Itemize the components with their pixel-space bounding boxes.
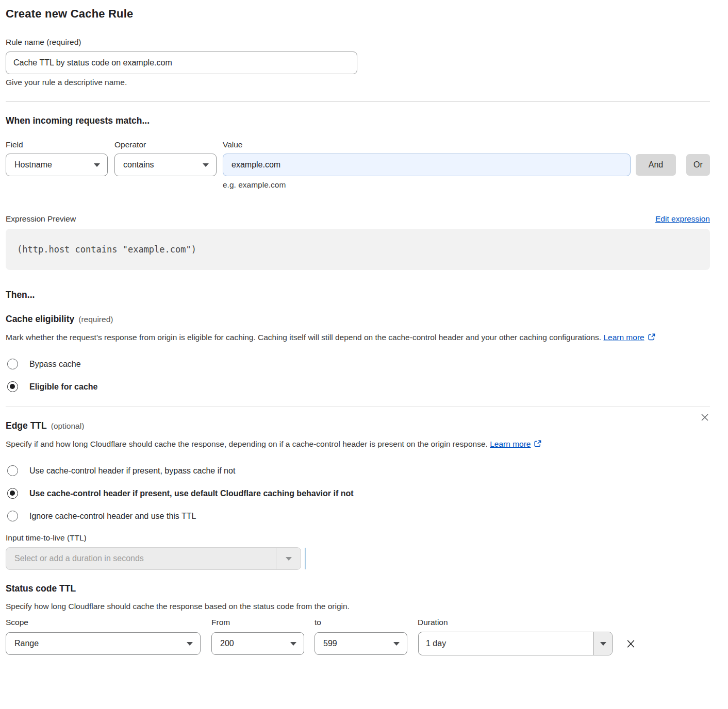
radio-label: Eligible for cache bbox=[29, 382, 97, 392]
operator-select[interactable]: contains bbox=[114, 154, 217, 176]
radio-icon bbox=[7, 488, 18, 499]
chevron-down-icon bbox=[286, 557, 292, 561]
status-code-ttl-description: Specify how long Cloudflare should cache… bbox=[6, 602, 710, 611]
field-select-value: Hostname bbox=[14, 160, 52, 170]
rule-name-label: Rule name (required) bbox=[6, 38, 710, 47]
value-label: Value bbox=[223, 140, 243, 149]
match-column-labels: Field Operator Value bbox=[6, 140, 710, 149]
status-column-labels: Scope From to Duration bbox=[6, 618, 710, 627]
status-code-ttl-row: Range 200 599 1 day bbox=[6, 632, 710, 655]
optional-note: (optional) bbox=[51, 421, 85, 430]
expression-preview-label: Expression Preview bbox=[6, 214, 76, 224]
radio-use-header-default[interactable]: Use cache-control header if present, use… bbox=[6, 488, 710, 499]
expression-preview-box: (http.host contains "example.com") bbox=[6, 229, 710, 270]
to-select-value: 599 bbox=[323, 639, 337, 648]
field-label: Field bbox=[6, 140, 114, 149]
from-select[interactable]: 200 bbox=[211, 632, 304, 655]
ttl-duration-select[interactable]: Select or add a duration in seconds bbox=[6, 547, 301, 570]
chevron-down-icon bbox=[290, 642, 296, 646]
radio-icon bbox=[7, 381, 18, 392]
page-title: Create new Cache Rule bbox=[6, 7, 710, 21]
learn-more-link[interactable]: Learn more bbox=[490, 440, 531, 448]
edge-ttl-options: Use cache-control header if present, byp… bbox=[6, 465, 710, 521]
radio-use-header-bypass[interactable]: Use cache-control header if present, byp… bbox=[6, 465, 710, 476]
rule-name-helper: Give your rule a descriptive name. bbox=[6, 78, 710, 87]
cache-eligibility-title: Cache eligibility bbox=[6, 314, 74, 324]
required-note: (required) bbox=[78, 315, 113, 324]
ttl-input-label: Input time-to-live (TTL) bbox=[6, 533, 710, 543]
radio-label: Ignore cache-control header and use this… bbox=[29, 512, 196, 521]
operator-select-value: contains bbox=[123, 160, 154, 170]
radio-icon bbox=[7, 465, 18, 476]
match-condition-row: Hostname contains And Or bbox=[6, 154, 710, 176]
chevron-down-icon bbox=[203, 163, 209, 167]
ttl-combo-row: Select or add a duration in seconds bbox=[6, 547, 710, 570]
cache-eligibility-heading: Cache eligibility(required) bbox=[6, 314, 710, 325]
learn-more-link[interactable]: Learn more bbox=[603, 333, 644, 342]
expression-header: Expression Preview Edit expression bbox=[6, 214, 710, 224]
duration-label: Duration bbox=[418, 618, 448, 627]
edge-ttl-description-text: Specify if and how long Cloudflare shoul… bbox=[6, 440, 488, 448]
ttl-input-section: Input time-to-live (TTL) Select or add a… bbox=[6, 533, 710, 570]
value-helper: e.g. example.com bbox=[223, 180, 710, 190]
external-link-icon bbox=[648, 331, 656, 346]
text-cursor bbox=[305, 548, 306, 569]
radio-icon bbox=[7, 511, 18, 521]
rule-name-section: Rule name (required) Give your rule a de… bbox=[6, 38, 710, 87]
radio-label: Use cache-control header if present, byp… bbox=[29, 466, 235, 476]
chevron-down-icon bbox=[187, 642, 193, 646]
delete-row-icon[interactable] bbox=[625, 638, 636, 649]
chevron-down-icon bbox=[600, 642, 606, 646]
operator-label: Operator bbox=[114, 140, 223, 149]
radio-eligible-for-cache[interactable]: Eligible for cache bbox=[6, 381, 710, 392]
status-code-ttl-heading: Status code TTL bbox=[6, 583, 710, 594]
match-heading: When incoming requests match... bbox=[6, 115, 710, 126]
from-select-value: 200 bbox=[220, 639, 234, 648]
field-select[interactable]: Hostname bbox=[6, 154, 108, 176]
duration-select-value: 1 day bbox=[419, 632, 593, 655]
chevron-down-icon bbox=[94, 163, 100, 167]
duration-select[interactable]: 1 day bbox=[418, 632, 613, 655]
duration-chevron-button[interactable] bbox=[593, 632, 612, 655]
radio-ignore-header[interactable]: Ignore cache-control header and use this… bbox=[6, 511, 710, 521]
ttl-duration-chevron-button[interactable] bbox=[276, 548, 301, 569]
edge-ttl-heading: Edge TTL(optional) bbox=[6, 420, 84, 431]
edge-ttl-header: Edge TTL(optional) bbox=[6, 407, 710, 431]
to-label: to bbox=[315, 618, 418, 627]
or-button[interactable]: Or bbox=[686, 154, 710, 176]
cache-eligibility-options: Bypass cache Eligible for cache bbox=[6, 359, 710, 392]
edit-expression-link[interactable]: Edit expression bbox=[655, 214, 710, 224]
radio-label: Bypass cache bbox=[29, 360, 81, 369]
value-input[interactable] bbox=[223, 154, 631, 176]
then-heading: Then... bbox=[6, 290, 710, 300]
rule-name-input[interactable] bbox=[6, 52, 357, 74]
close-icon[interactable] bbox=[700, 412, 710, 425]
chevron-down-icon bbox=[393, 642, 400, 646]
ttl-duration-placeholder: Select or add a duration in seconds bbox=[6, 548, 276, 569]
edge-ttl-title: Edge TTL bbox=[6, 420, 47, 431]
and-button[interactable]: And bbox=[636, 154, 676, 176]
to-select[interactable]: 599 bbox=[315, 632, 407, 655]
scope-label: Scope bbox=[6, 618, 211, 627]
radio-bypass-cache[interactable]: Bypass cache bbox=[6, 359, 710, 369]
radio-icon bbox=[7, 359, 18, 369]
scope-select-value: Range bbox=[14, 639, 39, 648]
section-divider bbox=[6, 102, 710, 102]
expression-code: (http.host contains "example.com") bbox=[17, 244, 196, 255]
external-link-icon bbox=[534, 438, 542, 452]
from-label: From bbox=[211, 618, 315, 627]
create-cache-rule-page: Create new Cache Rule Rule name (require… bbox=[0, 0, 728, 671]
scope-select[interactable]: Range bbox=[6, 632, 201, 655]
cache-eligibility-description: Mark whether the request’s response from… bbox=[6, 330, 703, 346]
radio-label: Use cache-control header if present, use… bbox=[29, 489, 354, 498]
edge-ttl-description: Specify if and how long Cloudflare shoul… bbox=[6, 437, 583, 452]
cache-eligibility-description-text: Mark whether the request’s response from… bbox=[6, 333, 601, 342]
